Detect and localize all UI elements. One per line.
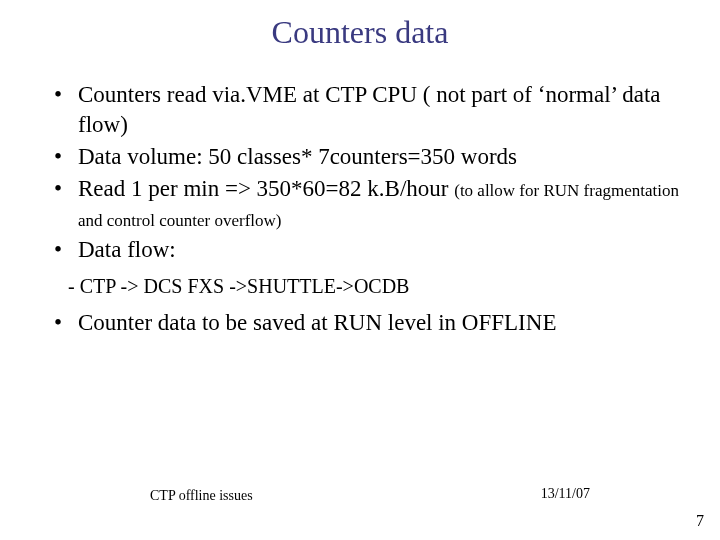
bullet-text-main: Read 1 per min => 350*60=82 k.B/hour [78, 176, 454, 201]
bullet-item: Data flow: [54, 235, 680, 265]
footer-left: CTP offline issues [150, 488, 253, 504]
slide-content: Counters read via.VME at CTP CPU ( not p… [54, 80, 680, 340]
slide-title: Counters data [0, 14, 720, 51]
bullet-item: Read 1 per min => 350*60=82 k.B/hour (to… [54, 174, 680, 234]
bullet-list-2: Counter data to be saved at RUN level in… [54, 308, 680, 338]
bullet-item: Counters read via.VME at CTP CPU ( not p… [54, 80, 680, 140]
footer-date: 13/11/07 [541, 486, 590, 502]
slide: Counters data Counters read via.VME at C… [0, 0, 720, 540]
bullet-item: Counter data to be saved at RUN level in… [54, 308, 680, 338]
page-number: 7 [696, 512, 704, 530]
bullet-item: Data volume: 50 classes* 7counters=350 w… [54, 142, 680, 172]
sub-bullet: - CTP -> DCS FXS ->SHUTTLE->OCDB [68, 275, 680, 298]
bullet-list: Counters read via.VME at CTP CPU ( not p… [54, 80, 680, 265]
